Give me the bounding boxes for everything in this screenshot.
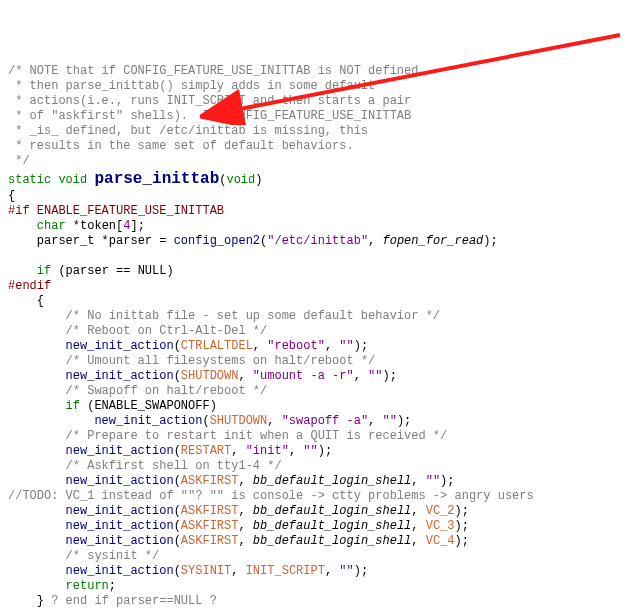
preproc-if: #if [8, 204, 30, 218]
brace-open: { [8, 189, 15, 203]
func-parse-inittab: parse_inittab [94, 170, 219, 188]
comment-line: * of "askfirst" shells). If CONFIG_FEATU… [8, 109, 411, 123]
comment-line: * then parse_inittab() simply adds in so… [8, 79, 375, 93]
kw-static: static [8, 173, 51, 187]
comment-line: */ [8, 154, 30, 168]
kw-void: void [58, 173, 87, 187]
preproc-endif: #endif [8, 279, 51, 293]
code-block: /* NOTE that if CONFIG_FEATURE_USE_INITT… [8, 64, 623, 610]
comment-line: * results in the same set of default beh… [8, 139, 354, 153]
comment-line: * actions(i.e., runs INIT_SCRIPT and the… [8, 94, 411, 108]
comment-line: /* NOTE that if CONFIG_FEATURE_USE_INITT… [8, 64, 426, 78]
comment-line: * _is_ defined, but /etc/inittab is miss… [8, 124, 368, 138]
